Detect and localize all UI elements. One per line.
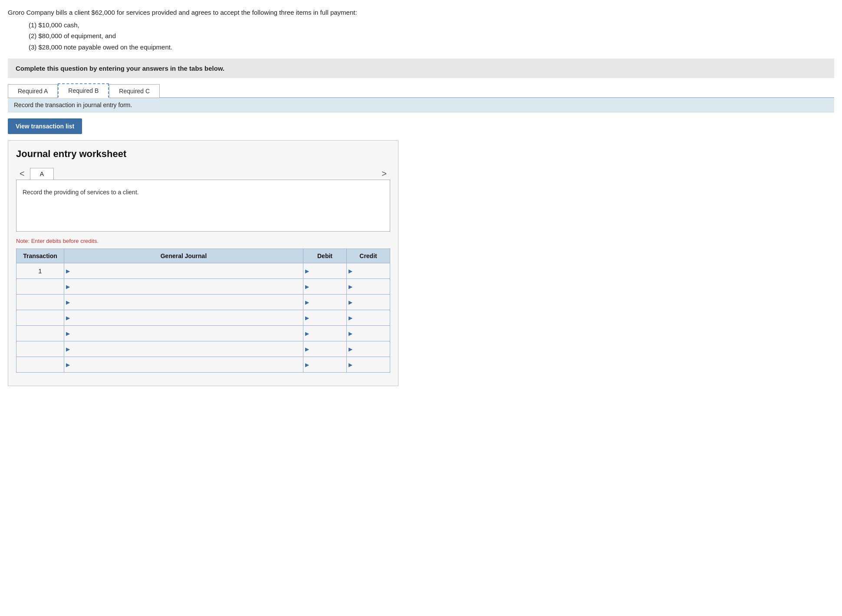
header-transaction: Transaction <box>16 249 64 263</box>
problem-list: (1) $10,000 cash, (2) $80,000 of equipme… <box>29 20 834 53</box>
general-journal-cell[interactable]: ▶ <box>64 295 303 310</box>
list-item-3: (3) $28,000 note payable owed on the equ… <box>29 42 834 53</box>
general-journal-input[interactable] <box>64 279 303 294</box>
view-transaction-button[interactable]: View transaction list <box>8 118 82 134</box>
prev-arrow-button[interactable]: < <box>16 167 28 180</box>
credit-arrow-icon: ▶ <box>349 346 352 352</box>
transaction-cell <box>16 279 64 295</box>
row-arrow-icon: ▶ <box>66 331 70 337</box>
credit-arrow-icon: ▶ <box>349 268 352 274</box>
credit-cell[interactable]: ▶ <box>347 279 390 295</box>
debit-cell[interactable]: ▶ <box>303 310 347 326</box>
general-journal-cell[interactable]: ▶ <box>64 326 303 341</box>
problem-intro: Groro Company bills a client $62,000 for… <box>8 8 834 52</box>
header-debit: Debit <box>303 249 347 263</box>
header-general-journal: General Journal <box>64 249 303 263</box>
transaction-cell <box>16 357 64 373</box>
debit-cell[interactable]: ▶ <box>303 326 347 341</box>
table-row: ▶▶▶ <box>16 326 390 341</box>
debit-arrow-icon: ▶ <box>305 346 309 352</box>
intro-text: Groro Company bills a client $62,000 for… <box>8 9 357 16</box>
credit-input[interactable] <box>347 341 390 357</box>
note-text: Note: Enter debits before credits. <box>16 238 390 244</box>
credit-cell[interactable]: ▶ <box>347 326 390 341</box>
row-arrow-icon: ▶ <box>66 362 70 368</box>
tabs-area: Required A Required B Required C <box>8 78 834 98</box>
debit-arrow-icon: ▶ <box>305 331 309 337</box>
debit-cell[interactable]: ▶ <box>303 341 347 357</box>
debit-input[interactable] <box>303 341 346 357</box>
debit-input[interactable] <box>303 279 346 294</box>
transaction-cell <box>16 341 64 357</box>
journal-table: Transaction General Journal Debit Credit… <box>16 249 390 373</box>
general-journal-input[interactable] <box>64 263 303 279</box>
transaction-cell <box>16 310 64 326</box>
debit-arrow-icon: ▶ <box>305 268 309 274</box>
credit-cell[interactable]: ▶ <box>347 341 390 357</box>
credit-input[interactable] <box>347 263 390 279</box>
debit-cell[interactable]: ▶ <box>303 295 347 310</box>
credit-cell[interactable]: ▶ <box>347 263 390 279</box>
list-item-1: (1) $10,000 cash, <box>29 20 834 31</box>
list-item-2: (2) $80,000 of equipment, and <box>29 30 834 42</box>
debit-arrow-icon: ▶ <box>305 299 309 305</box>
debit-input[interactable] <box>303 357 346 372</box>
debit-input[interactable] <box>303 295 346 310</box>
debit-cell[interactable]: ▶ <box>303 357 347 373</box>
debit-input[interactable] <box>303 263 346 279</box>
table-row: ▶▶▶ <box>16 310 390 326</box>
credit-arrow-icon: ▶ <box>349 315 352 321</box>
record-instruction: Record the transaction in journal entry … <box>8 98 834 112</box>
next-arrow-button[interactable]: > <box>378 167 390 180</box>
general-journal-input[interactable] <box>64 326 303 341</box>
entry-tab-a[interactable]: A <box>30 168 54 180</box>
instruction-box: Complete this question by entering your … <box>8 59 834 78</box>
credit-input[interactable] <box>347 295 390 310</box>
instruction-text: Complete this question by entering your … <box>16 65 224 72</box>
transaction-cell: 1 <box>16 263 64 279</box>
entry-description-box: Record the providing of services to a cl… <box>16 180 390 232</box>
tab-required-b[interactable]: Required B <box>58 83 109 98</box>
credit-input[interactable] <box>347 326 390 341</box>
general-journal-input[interactable] <box>64 341 303 357</box>
general-journal-cell[interactable]: ▶ <box>64 341 303 357</box>
credit-cell[interactable]: ▶ <box>347 310 390 326</box>
credit-input[interactable] <box>347 310 390 325</box>
general-journal-input[interactable] <box>64 357 303 372</box>
row-arrow-icon: ▶ <box>66 268 70 274</box>
table-row: ▶▶▶ <box>16 341 390 357</box>
general-journal-cell[interactable]: ▶ <box>64 279 303 295</box>
debit-input[interactable] <box>303 310 346 325</box>
credit-cell[interactable]: ▶ <box>347 295 390 310</box>
credit-arrow-icon: ▶ <box>349 299 352 305</box>
general-journal-cell[interactable]: ▶ <box>64 263 303 279</box>
credit-input[interactable] <box>347 279 390 294</box>
credit-cell[interactable]: ▶ <box>347 357 390 373</box>
debit-cell[interactable]: ▶ <box>303 279 347 295</box>
general-journal-input[interactable] <box>64 295 303 310</box>
table-row: 1▶▶▶ <box>16 263 390 279</box>
header-credit: Credit <box>347 249 390 263</box>
table-row: ▶▶▶ <box>16 279 390 295</box>
credit-arrow-icon: ▶ <box>349 362 352 368</box>
debit-arrow-icon: ▶ <box>305 315 309 321</box>
general-journal-cell[interactable]: ▶ <box>64 310 303 326</box>
worksheet-title: Journal entry worksheet <box>16 148 390 160</box>
row-arrow-icon: ▶ <box>66 315 70 321</box>
transaction-cell <box>16 326 64 341</box>
row-arrow-icon: ▶ <box>66 299 70 305</box>
tab-required-a[interactable]: Required A <box>8 84 58 98</box>
tab-required-c[interactable]: Required C <box>109 84 160 98</box>
nav-row: < A > <box>16 167 390 180</box>
table-row: ▶▶▶ <box>16 357 390 373</box>
credit-arrow-icon: ▶ <box>349 284 352 290</box>
transaction-cell <box>16 295 64 310</box>
debit-cell[interactable]: ▶ <box>303 263 347 279</box>
row-arrow-icon: ▶ <box>66 284 70 290</box>
debit-input[interactable] <box>303 326 346 341</box>
row-arrow-icon: ▶ <box>66 346 70 352</box>
general-journal-input[interactable] <box>64 310 303 325</box>
credit-input[interactable] <box>347 357 390 372</box>
general-journal-cell[interactable]: ▶ <box>64 357 303 373</box>
debit-arrow-icon: ▶ <box>305 284 309 290</box>
